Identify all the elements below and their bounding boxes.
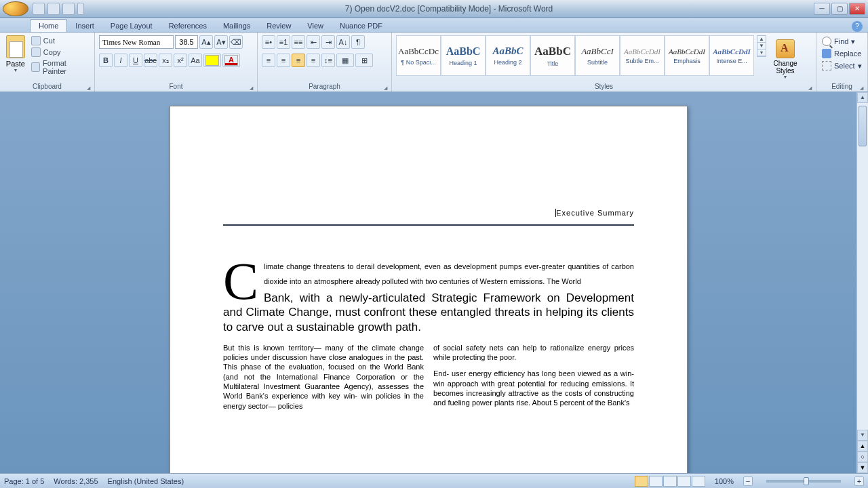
- replace-button[interactable]: Replace: [821, 47, 863, 60]
- zoom-thumb[interactable]: [804, 477, 809, 485]
- dropcap: C: [223, 258, 264, 300]
- ribbon: Paste ▼ Cut Copy Format Painter Clipboar…: [0, 33, 868, 92]
- bold-button[interactable]: B: [99, 54, 113, 67]
- styles-scroll-up-icon[interactable]: ▲: [757, 36, 766, 43]
- zoom-level[interactable]: 100%: [715, 477, 734, 485]
- style-item-5[interactable]: AaBbCcDdISubtle Em...: [620, 35, 665, 76]
- tab-review[interactable]: Review: [258, 20, 299, 32]
- vertical-scrollbar[interactable]: ▲ ▼ ▲ ○ ▼: [856, 92, 868, 473]
- sort-button[interactable]: A↓: [336, 35, 350, 49]
- outline-view-button[interactable]: [677, 476, 691, 487]
- style-item-3[interactable]: AaBbCTitle: [530, 35, 575, 76]
- full-screen-view-button[interactable]: [649, 476, 663, 487]
- highlight-button[interactable]: [203, 54, 221, 67]
- fontcolor-swatch-icon: A: [224, 55, 238, 66]
- qat-undo-icon[interactable]: [47, 3, 60, 15]
- styles-scroll-control[interactable]: ▲ ▼ ▾: [757, 35, 766, 57]
- zoom-in-button[interactable]: +: [854, 476, 864, 486]
- subscript-button[interactable]: x₂: [159, 54, 172, 67]
- select-button[interactable]: Select ▾: [821, 60, 863, 72]
- style-item-2[interactable]: AaBbCHeading 2: [486, 35, 530, 76]
- draft-view-button[interactable]: [692, 476, 705, 487]
- increase-indent-button[interactable]: ⇥: [321, 35, 335, 49]
- clear-formatting-button[interactable]: ⌫: [229, 35, 243, 49]
- styles-gallery[interactable]: AaBbCcDc¶ No Spaci...AaBbCHeading 1AaBbC…: [396, 35, 754, 76]
- justify-button[interactable]: ≡: [307, 54, 320, 67]
- next-page-icon[interactable]: ▼: [857, 462, 868, 473]
- status-language[interactable]: English (United States): [108, 477, 184, 485]
- zoom-out-button[interactable]: −: [743, 476, 753, 486]
- style-item-4[interactable]: AaBbCcISubtitle: [575, 35, 620, 76]
- style-item-0[interactable]: AaBbCcDc¶ No Spaci...: [396, 35, 441, 76]
- italic-button[interactable]: I: [114, 54, 127, 67]
- qat-save-icon[interactable]: [33, 3, 45, 15]
- font-size-input[interactable]: [175, 35, 198, 49]
- brush-icon: [31, 62, 40, 72]
- status-words[interactable]: Words: 2,355: [54, 477, 98, 485]
- change-case-button[interactable]: Aa: [189, 54, 202, 67]
- find-button[interactable]: Find ▾: [821, 35, 856, 47]
- align-center-button[interactable]: ≡: [277, 54, 290, 67]
- multilevel-button[interactable]: ≡≡: [292, 35, 305, 49]
- scroll-thumb[interactable]: [859, 106, 867, 146]
- maximize-button[interactable]: ▢: [831, 3, 848, 15]
- page-title: Executive Summary: [223, 188, 634, 226]
- help-icon[interactable]: ?: [852, 21, 863, 32]
- font-color-button[interactable]: A: [222, 54, 240, 67]
- cut-button[interactable]: Cut: [30, 35, 90, 46]
- tab-nuance-pdf[interactable]: Nuance PDF: [332, 20, 391, 32]
- styles-scroll-down-icon[interactable]: ▼: [757, 43, 766, 49]
- show-marks-button[interactable]: ¶: [351, 35, 365, 49]
- font-name-input[interactable]: [99, 35, 174, 49]
- style-item-1[interactable]: AaBbCHeading 1: [441, 35, 486, 76]
- tab-home[interactable]: Home: [30, 19, 67, 32]
- office-button[interactable]: [3, 1, 28, 16]
- paste-button[interactable]: Paste ▼: [4, 35, 27, 73]
- copy-icon: [31, 47, 41, 57]
- styles-expand-icon[interactable]: ▾: [757, 49, 766, 56]
- change-styles-button[interactable]: Change Styles ▼: [769, 35, 802, 79]
- select-icon: [822, 61, 831, 70]
- qat-redo-icon[interactable]: [62, 3, 75, 15]
- scroll-up-icon[interactable]: ▲: [857, 92, 868, 103]
- copy-button[interactable]: Copy: [30, 47, 90, 58]
- align-right-button[interactable]: ≡: [292, 54, 305, 67]
- strikethrough-button[interactable]: abc: [144, 54, 157, 67]
- align-left-button[interactable]: ≡: [262, 54, 275, 67]
- format-painter-button[interactable]: Format Painter: [30, 58, 90, 76]
- bullets-button[interactable]: ≡•: [262, 35, 275, 49]
- tab-view[interactable]: View: [299, 20, 332, 32]
- column-right: of social safety nets can help to ration…: [433, 343, 634, 411]
- style-item-6[interactable]: AaBbCcDdIEmphasis: [665, 35, 709, 76]
- minimize-button[interactable]: ─: [814, 3, 830, 15]
- document-page[interactable]: Executive Summary C limate change threat…: [170, 106, 688, 473]
- zoom-slider[interactable]: [766, 480, 841, 483]
- tab-page-layout[interactable]: Page Layout: [102, 20, 161, 32]
- borders-button[interactable]: ⊞: [355, 54, 373, 67]
- paste-label: Paste: [4, 60, 27, 68]
- tab-references[interactable]: References: [161, 20, 215, 32]
- tab-mailings[interactable]: Mailings: [215, 20, 258, 32]
- status-page[interactable]: Page: 1 of 5: [4, 477, 44, 485]
- close-button[interactable]: ✕: [849, 3, 865, 15]
- shrink-font-button[interactable]: A▾: [214, 35, 228, 49]
- tab-insert[interactable]: Insert: [67, 20, 102, 32]
- group-editing: Find ▾ Replace Select ▾ Editing: [816, 33, 868, 92]
- grow-font-button[interactable]: A▴: [199, 35, 213, 49]
- body-paragraph-1: C limate change threatens to derail deve…: [223, 258, 634, 288]
- shading-button[interactable]: ▦: [336, 54, 354, 67]
- style-item-7[interactable]: AaBbCcDdIIntense E...: [709, 35, 754, 76]
- prev-page-icon[interactable]: ▲: [857, 441, 868, 451]
- find-icon: [822, 37, 831, 46]
- numbering-button[interactable]: ≡1: [277, 35, 290, 49]
- paste-icon: [6, 35, 25, 58]
- decrease-indent-button[interactable]: ⇤: [307, 35, 320, 49]
- line-spacing-button[interactable]: ↕≡: [321, 54, 335, 67]
- underline-button[interactable]: U: [129, 54, 142, 67]
- browse-object-icon[interactable]: ○: [857, 451, 868, 462]
- scroll-down-icon[interactable]: ▼: [857, 430, 868, 441]
- web-layout-view-button[interactable]: [663, 476, 677, 487]
- qat-customize-icon[interactable]: [77, 3, 84, 15]
- print-layout-view-button[interactable]: [635, 476, 648, 487]
- superscript-button[interactable]: x²: [174, 54, 187, 67]
